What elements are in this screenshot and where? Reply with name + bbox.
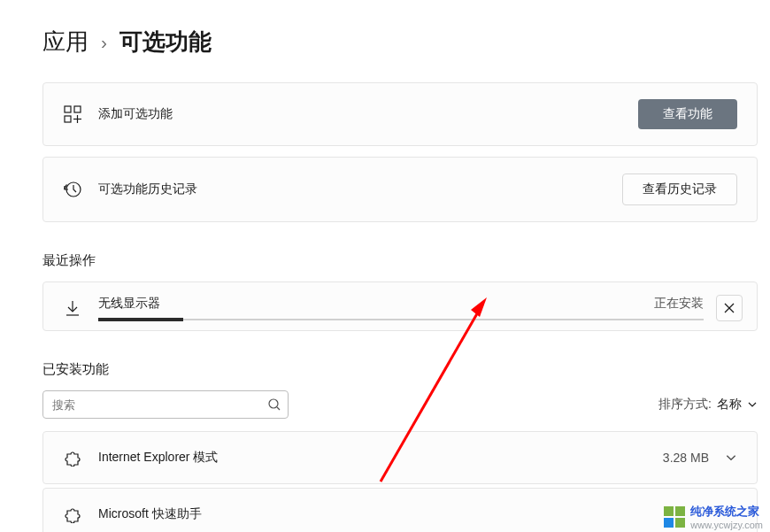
chevron-right-icon: › <box>101 32 107 53</box>
search-button[interactable] <box>268 398 281 411</box>
watermark-title: 纯净系统之家 <box>690 504 763 520</box>
feature-size: 3.28 MB <box>663 451 709 465</box>
cancel-install-button[interactable] <box>716 295 743 321</box>
svg-rect-1 <box>74 106 81 112</box>
feature-row[interactable]: Microsoft 快速助手 <box>42 488 758 532</box>
sort-label: 排序方式: <box>658 397 712 412</box>
install-item-name: 无线显示器 <box>98 296 160 312</box>
recent-actions-title: 最近操作 <box>42 252 758 269</box>
add-feature-card: 添加可选功能 查看功能 <box>42 82 758 146</box>
svg-point-10 <box>269 399 278 408</box>
watermark: 纯净系统之家 www.ycwjzy.com <box>664 504 763 530</box>
breadcrumb-current: 可选功能 <box>119 27 212 58</box>
close-icon <box>724 303 735 313</box>
feature-name: Microsoft 快速助手 <box>98 506 721 522</box>
sort-dropdown[interactable]: 排序方式: 名称 <box>658 397 758 412</box>
feature-name: Internet Explorer 模式 <box>98 450 663 466</box>
watermark-logo-icon <box>664 506 685 528</box>
puzzle-icon <box>63 448 82 467</box>
history-card: 可选功能历史记录 查看历史记录 <box>42 157 758 222</box>
search-icon <box>268 398 281 411</box>
search-input[interactable] <box>52 398 268 412</box>
chevron-down-icon <box>747 399 758 410</box>
download-icon <box>63 298 82 318</box>
view-history-button[interactable]: 查看历史记录 <box>622 173 737 205</box>
install-item-row: 无线显示器 正在安装 <box>42 281 758 331</box>
add-feature-label: 添加可选功能 <box>98 106 638 122</box>
search-input-wrapper[interactable] <box>42 390 289 419</box>
breadcrumb-parent[interactable]: 应用 <box>42 27 89 58</box>
svg-rect-2 <box>65 116 71 122</box>
puzzle-icon <box>63 505 82 524</box>
watermark-url: www.ycwjzy.com <box>690 520 763 530</box>
chevron-down-icon <box>725 451 737 464</box>
history-icon <box>63 180 82 199</box>
svg-line-11 <box>277 407 280 410</box>
breadcrumb: 应用 › 可选功能 <box>42 27 758 58</box>
progress-bar <box>98 319 704 320</box>
view-features-button[interactable]: 查看功能 <box>638 99 737 129</box>
install-item-status: 正在安装 <box>654 296 704 312</box>
svg-rect-0 <box>65 106 71 112</box>
history-label: 可选功能历史记录 <box>98 181 622 197</box>
feature-row[interactable]: Internet Explorer 模式 3.28 MB <box>42 431 758 484</box>
installed-features-title: 已安装功能 <box>42 361 758 378</box>
sort-value[interactable]: 名称 <box>717 397 758 412</box>
add-grid-icon <box>63 104 82 124</box>
